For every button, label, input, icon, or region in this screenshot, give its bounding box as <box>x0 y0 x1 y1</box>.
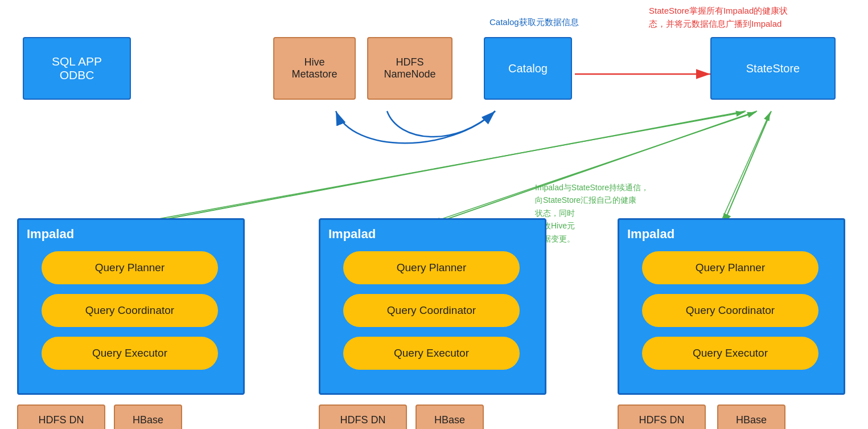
svg-line-9 <box>131 112 744 224</box>
hdfs-dn3-box: HDFS DN <box>618 405 706 429</box>
impalad3-label: Impalad <box>627 227 674 242</box>
impalad3-query-coordinator: Query Coordinator <box>642 294 818 327</box>
statestore-box: StateStore <box>710 37 836 100</box>
hbase3-box: HBase <box>717 405 785 429</box>
impalad2-query-planner: Query Planner <box>343 251 520 284</box>
hdfs-dn2-box: HDFS DN <box>319 405 407 429</box>
hbase1-box: HBase <box>114 405 182 429</box>
impalad2-query-coordinator: Query Coordinator <box>343 294 520 327</box>
impalad2-query-executor: Query Executor <box>343 337 520 370</box>
diagram-container: SQL APP ODBC Hive Metastore HDFS NameNod… <box>0 0 868 429</box>
impalad3-query-executor: Query Executor <box>642 337 818 370</box>
impalad1-box: Impalad Query Planner Query Coordinator … <box>17 218 245 395</box>
svg-line-8 <box>723 111 771 225</box>
hive-metastore-box: Hive Metastore <box>273 37 356 100</box>
impalad1-label: Impalad <box>27 227 74 242</box>
hdfs-dn1-box: HDFS DN <box>17 405 105 429</box>
svg-line-6 <box>134 111 746 225</box>
svg-line-11 <box>720 112 770 224</box>
statestore-annotation: StateStore掌握所有Impalad的健康状态，并将元数据信息广播到Imp… <box>649 5 788 30</box>
impalad1-query-executor: Query Executor <box>42 337 218 370</box>
sql-app-box: SQL APP ODBC <box>23 37 131 100</box>
impalad3-query-planner: Query Planner <box>642 251 818 284</box>
impalad2-label: Impalad <box>328 227 376 242</box>
hbase2-box: HBase <box>416 405 484 429</box>
impalad2-box: Impalad Query Planner Query Coordinator … <box>319 218 546 395</box>
impalad1-query-coordinator: Query Coordinator <box>42 294 218 327</box>
hdfs-namenode-box: HDFS NameNode <box>367 37 452 100</box>
impalad3-box: Impalad Query Planner Query Coordinator … <box>618 218 845 395</box>
impalad1-query-planner: Query Planner <box>42 251 218 284</box>
catalog-box: Catalog <box>484 37 572 100</box>
catalog-annotation: Catalog获取元数据信息 <box>489 17 579 28</box>
